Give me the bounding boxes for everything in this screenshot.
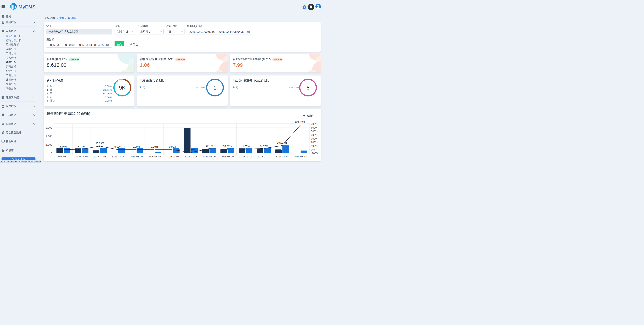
svg-text:100%: 100%	[311, 144, 318, 147]
svg-text:0.00%: 0.00%	[169, 145, 176, 148]
svg-text:0.00%: 0.00%	[132, 145, 140, 148]
svg-text:0.00%: 0.00%	[114, 145, 122, 148]
svg-text:2025-03-09: 2025-03-09	[202, 155, 216, 158]
svg-text:300%: 300%	[311, 137, 318, 140]
svg-text:2025-03-10: 2025-03-10	[221, 155, 234, 158]
svg-text:2025-03-06: 2025-03-06	[148, 155, 161, 158]
svg-text:2025-03-02: 2025-03-02	[75, 155, 88, 158]
svg-text:200%: 200%	[311, 141, 318, 144]
svg-text:700%: 700%	[311, 122, 318, 125]
svg-text:0: 0	[51, 152, 52, 154]
svg-text:9.17%: 9.17%	[78, 145, 85, 148]
svg-text:18.86%: 18.86%	[223, 144, 232, 148]
svg-text:2,000: 2,000	[46, 135, 52, 138]
svg-text:1,000: 1,000	[46, 143, 52, 146]
svg-text:-100%: -100%	[311, 152, 318, 154]
svg-text:3,000: 3,000	[46, 126, 52, 129]
svg-text:2025-03-13: 2025-03-13	[275, 155, 288, 158]
svg-text:2025-03-12: 2025-03-12	[257, 155, 270, 158]
svg-text:1.66%: 1.66%	[60, 145, 67, 148]
svg-text:2025-03-03: 2025-03-03	[93, 155, 106, 158]
svg-text:2025-03-01: 2025-03-01	[57, 155, 70, 158]
svg-text:500%: 500%	[311, 130, 318, 132]
svg-text:2025-03-14: 2025-03-14	[294, 155, 307, 158]
svg-text:0.00%: 0.00%	[151, 145, 158, 148]
svg-text:23.18%: 23.18%	[205, 144, 213, 147]
svg-text:2025-03-07: 2025-03-07	[166, 155, 179, 158]
svg-text:107.93%: 107.93%	[277, 141, 287, 144]
svg-text:2025-03-08: 2025-03-08	[184, 155, 197, 158]
svg-text:0%: 0%	[311, 148, 315, 151]
svg-text:2025-03-11: 2025-03-11	[239, 155, 252, 158]
svg-text:32.46%: 32.46%	[259, 144, 268, 147]
svg-text:600%: 600%	[311, 126, 318, 129]
svg-text:95.89%: 95.89%	[96, 142, 104, 144]
svg-text:11.57%: 11.57%	[241, 145, 250, 148]
svg-text:662.79%: 662.79%	[295, 121, 305, 124]
svg-text:400%: 400%	[311, 134, 318, 136]
svg-text:2025-03-05: 2025-03-05	[130, 155, 143, 158]
svg-text:-79.34%: -79.34%	[186, 148, 196, 151]
svg-text:2025-03-04: 2025-03-04	[112, 155, 124, 158]
